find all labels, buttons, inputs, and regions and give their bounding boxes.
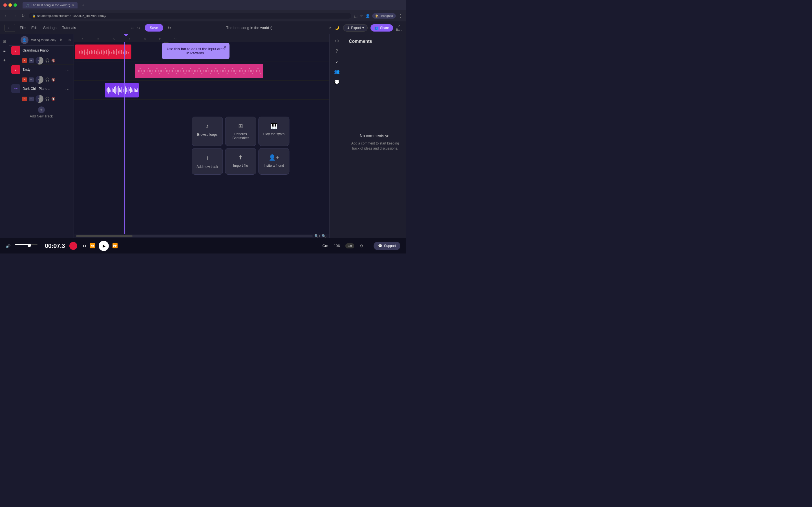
save-button[interactable]: Save [145,24,163,32]
svg-point-87 [228,70,230,72]
minimize-window-btn[interactable] [8,3,12,7]
scrollbar-thumb[interactable] [76,235,133,237]
record-button[interactable] [69,242,77,250]
vol-knob-dark-chi[interactable]: Vol [36,95,43,103]
svg-point-83 [216,70,218,72]
time-display: 00:07.3 [45,242,65,249]
close-window-btn[interactable] [3,3,7,7]
track-more-tasty[interactable]: ⋯ [65,67,70,73]
extensions-icon[interactable]: ⬚ [354,14,357,18]
automation-btn-dark-chi[interactable]: ~ [29,97,34,101]
volume-icon[interactable]: 🔊 [6,244,10,248]
add-new-track-btn[interactable]: + Add New Track [9,103,73,122]
clip-grandmas-piano-1[interactable] [75,45,132,59]
action-card-play-synth[interactable]: 🎹 Play the synth [258,117,289,146]
redo-btn[interactable]: ↪ [137,25,140,30]
record-btn-grandmas-piano[interactable]: R [22,58,27,63]
track-more-dark-chi[interactable]: ⋯ [65,87,70,92]
vol-knob-grandmas-piano[interactable]: Vol [36,57,43,64]
record-btn-dark-chi[interactable]: R [22,97,27,101]
playback-settings-btn[interactable]: ⚙ [360,244,363,248]
action-card-add-new-track[interactable]: + Add new track [192,148,223,175]
menu-settings[interactable]: Settings [43,25,56,30]
undo-btn[interactable]: ↩ [131,25,135,30]
back-home-btn[interactable]: ← [4,24,15,32]
record-btn-tasty[interactable]: R [22,77,27,82]
browser-menu-icon[interactable]: ⋮ [398,13,403,18]
light-theme-btn[interactable]: ☀ [327,24,333,31]
vertical-sidebar: ⊞ ≡ ✦ [0,34,9,238]
clip-dark-chi-1[interactable] [105,83,139,98]
music-notes-icon[interactable]: ♪ [334,57,340,66]
incognito-label: Incognito [380,14,393,17]
address-field[interactable]: 🔒 soundtrap.com/studio/hS-u82laRz_knEVhh… [29,13,351,18]
nav-forward-btn[interactable]: → [12,13,17,18]
clip-tasty-1[interactable] [135,64,263,78]
share-button[interactable]: 👥 Share [370,24,393,32]
sync-btn[interactable]: ↻ [168,25,171,30]
support-button[interactable]: 💬 Support [373,242,400,250]
svg-point-74 [192,70,193,71]
export-button[interactable]: ⬇ Export ▾ [343,24,368,32]
main-content: ⊞ ≡ ✦ 👤 Muting for me only ✕ ↻ ♪ Grandma… [0,34,406,238]
fullscreen-window-btn[interactable] [13,3,17,7]
profile-icon[interactable]: 👤 [365,14,370,18]
exit-btn[interactable]: Exit [396,27,402,32]
bookmark-icon[interactable]: ☆ [360,14,363,18]
rewind-btn[interactable]: ⏪ [90,243,95,248]
track-more-grandmas-piano[interactable]: ⋯ [65,48,70,54]
nav-back-btn[interactable]: ← [3,13,9,18]
incognito-btn[interactable]: 🕵 Incognito [372,13,396,18]
skip-back-btn[interactable]: ⏮ [82,243,86,248]
settings-icon[interactable]: ⚙ [333,37,341,45]
play-synth-label: Play the synth [263,132,285,136]
svg-rect-136 [112,88,113,92]
svg-rect-138 [114,87,115,93]
play-btn[interactable]: ▶ [99,241,109,251]
headphone-btn-tasty[interactable]: 🎧 [45,77,50,82]
action-card-invite-friend[interactable]: 👤+ Invite a friend [258,148,289,175]
browser-more-btn[interactable]: ⋮ [399,3,403,8]
action-card-browse-loops[interactable]: ♪ Browse loops [192,117,223,146]
menu-edit[interactable]: Edit [31,25,38,30]
chat-icon[interactable]: 💬 [333,78,342,87]
sidebar-icon-tracks[interactable]: ≡ [2,46,6,55]
mute-btn-grandmas-piano[interactable]: 🔇 [51,59,56,62]
headphone-btn-dark-chi[interactable]: 🎧 [45,97,50,101]
mute-btn-dark-chi[interactable]: 🔇 [51,97,56,101]
headphone-btn-grandmas-piano[interactable]: 🎧 [45,58,50,62]
metronome-off-badge[interactable]: Off [345,243,354,248]
browser-tab[interactable]: 🎵 The best song in the world :) ✕ [22,2,78,8]
new-tab-btn[interactable]: + [80,2,87,8]
nav-refresh-btn[interactable]: ↻ [20,13,26,18]
tab-close-btn[interactable]: ✕ [72,4,74,7]
svg-rect-4 [86,52,87,54]
action-card-import-file[interactable]: ⬆ Import file [225,148,256,175]
zoom-in-btn[interactable]: 🔍+ [314,234,320,238]
menu-file[interactable]: File [20,25,26,30]
menu-tutorials[interactable]: Tutorials [62,25,76,30]
dark-theme-btn[interactable]: 🌙 [334,24,340,31]
zoom-out-btn[interactable]: 🔍- [322,234,327,238]
question-icon[interactable]: ? [334,47,340,55]
svg-rect-142 [117,87,118,94]
muting-close-btn[interactable]: ✕ [68,38,71,42]
svg-rect-25 [121,50,122,54]
mute-btn-tasty[interactable]: 🔇 [51,78,56,82]
fast-forward-btn[interactable]: ⏩ [112,243,118,248]
automation-btn-tasty[interactable]: ~ [29,77,34,82]
add-track-plus-icon: + [38,107,45,113]
ruler-mark-9: 9 [137,38,153,41]
svg-rect-129 [107,89,107,91]
vol-knob-tasty[interactable]: Vol [36,76,43,83]
svg-rect-12 [99,52,100,54]
automation-btn-grandmas-piano[interactable]: ~ [29,58,34,63]
scrollbar-track[interactable] [76,235,313,237]
svg-point-67 [171,70,173,72]
tooltip-close-btn[interactable]: ✕ [223,45,227,50]
action-card-patterns-beatmaker[interactable]: ⊞ Patterns Beatmaker [225,117,256,146]
sidebar-icon-grid[interactable]: ⊞ [2,37,7,46]
users-icon[interactable]: 👥 [333,67,342,76]
volume-slider-container[interactable] [15,244,40,248]
sidebar-icon-effects[interactable]: ✦ [2,56,7,65]
